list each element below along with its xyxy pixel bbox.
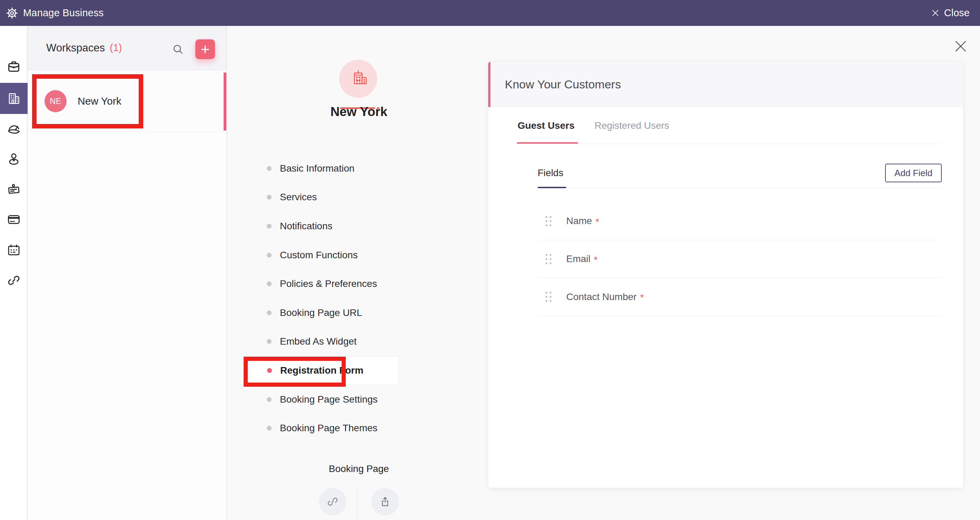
building-icon[interactable] xyxy=(0,83,28,114)
workspace-name: New York xyxy=(78,95,121,107)
signboard-icon[interactable] xyxy=(0,174,28,205)
menu-item-booking-page-settings[interactable]: Booking Page Settings xyxy=(250,385,399,414)
nav-rail xyxy=(0,26,28,520)
search-icon[interactable] xyxy=(171,43,185,56)
footer-divider xyxy=(358,488,358,520)
workspaces-panel: Workspaces (1) + NE New York xyxy=(28,26,227,520)
credit-card-icon[interactable] xyxy=(0,204,28,235)
drag-handle-icon[interactable] xyxy=(546,216,551,226)
workspace-menu: Basic Information Services Notifications… xyxy=(250,154,399,443)
kyc-header: Know Your Customers xyxy=(488,62,963,107)
share-icon xyxy=(379,496,391,508)
booking-page-label: Booking Page xyxy=(227,463,491,474)
field-row-contact-number[interactable]: Contact Number * xyxy=(538,278,942,316)
fields-header: Fields Add Field xyxy=(538,164,942,182)
menu-item-registration-form[interactable]: Registration Form xyxy=(250,356,399,385)
field-row-email[interactable]: Email * xyxy=(538,240,942,278)
close-label: Close xyxy=(944,7,970,19)
calendar-icon[interactable] xyxy=(0,234,28,266)
menu-item-notifications[interactable]: Notifications xyxy=(250,212,399,241)
menu-dot xyxy=(267,195,272,199)
menu-dot xyxy=(267,281,272,286)
link-icon xyxy=(326,496,339,508)
briefcase-icon[interactable] xyxy=(0,51,28,83)
tab-registered-users[interactable]: Registered Users xyxy=(595,107,669,144)
kyc-accent-bar xyxy=(488,62,490,107)
drag-handle-icon[interactable] xyxy=(546,292,551,302)
person-icon[interactable] xyxy=(0,143,28,174)
menu-dot xyxy=(267,310,272,315)
workspace-avatar: NE xyxy=(45,90,67,112)
building-red-icon xyxy=(347,68,369,89)
workspace-list-item[interactable]: NE New York xyxy=(28,70,226,132)
tab-guest-users[interactable]: Guest Users xyxy=(518,107,574,144)
workspace-detail-panel: New York Basic Information Services Noti… xyxy=(227,26,491,520)
drag-handle-icon[interactable] xyxy=(546,254,551,264)
required-asterisk: * xyxy=(594,255,598,266)
add-field-button[interactable]: Add Field xyxy=(885,164,942,182)
menu-dot xyxy=(267,397,272,402)
menu-dot xyxy=(267,339,272,344)
workspaces-count: (1) xyxy=(110,42,122,54)
required-asterisk: * xyxy=(640,292,644,303)
app-title: Manage Business xyxy=(23,7,104,19)
fields-underline-light xyxy=(538,188,942,188)
menu-dot xyxy=(267,253,272,258)
add-workspace-button[interactable]: + xyxy=(195,39,215,59)
business-badge xyxy=(339,60,377,98)
know-your-customers-card: Know Your Customers Guest Users Register… xyxy=(488,62,963,488)
kyc-tabs: Guest Users Registered Users xyxy=(518,107,669,144)
menu-item-custom-functions[interactable]: Custom Functions xyxy=(250,241,399,270)
link-icon[interactable] xyxy=(0,265,28,296)
workspace-detail-title: New York xyxy=(227,105,491,119)
tabs-divider xyxy=(518,144,942,144)
menu-item-booking-page-themes[interactable]: Booking Page Themes xyxy=(250,414,399,443)
kyc-title: Know Your Customers xyxy=(505,78,621,91)
panel-close-icon[interactable] xyxy=(953,39,968,54)
close-icon xyxy=(931,8,940,18)
fields-underline-dark xyxy=(538,187,566,188)
fields-list: Name * Email * Contact Number * xyxy=(538,203,942,316)
menu-item-embed-as-widget[interactable]: Embed As Widget xyxy=(250,327,399,356)
copy-link-button[interactable] xyxy=(319,488,347,515)
menu-item-booking-page-url[interactable]: Booking Page URL xyxy=(250,298,399,327)
cap-icon[interactable] xyxy=(0,113,28,144)
workspaces-title: Workspaces xyxy=(46,42,105,54)
gear-icon xyxy=(6,6,19,20)
fields-title: Fields xyxy=(538,167,563,179)
field-row-name[interactable]: Name * xyxy=(538,203,942,240)
menu-dot xyxy=(267,224,272,228)
menu-item-policies-preferences[interactable]: Policies & Preferences xyxy=(250,269,399,298)
menu-dot xyxy=(267,426,272,431)
top-bar: Manage Business Close xyxy=(0,0,980,26)
required-asterisk: * xyxy=(596,217,600,228)
menu-dot xyxy=(267,368,272,373)
menu-item-basic-information[interactable]: Basic Information xyxy=(250,154,399,183)
close-button[interactable]: Close xyxy=(931,7,970,19)
menu-item-services[interactable]: Services xyxy=(250,183,399,212)
share-button[interactable] xyxy=(371,488,399,515)
selected-workspace-accent xyxy=(224,72,226,131)
menu-dot xyxy=(267,166,272,171)
